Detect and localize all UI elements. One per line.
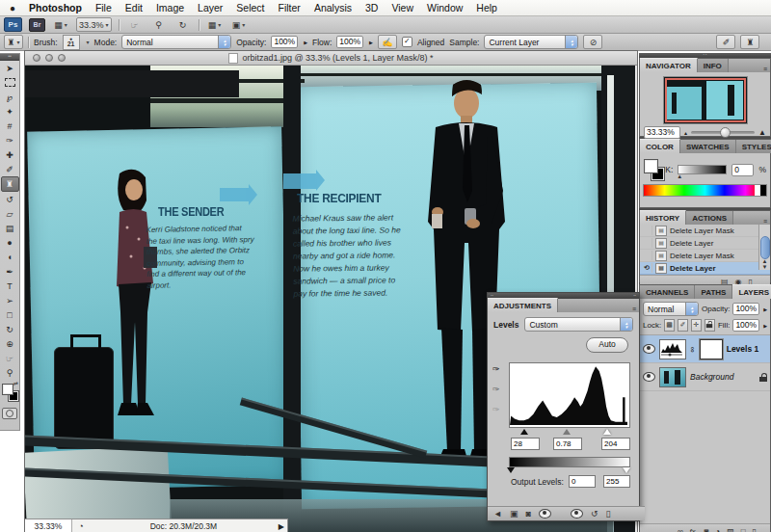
type-tool[interactable]: T	[1, 279, 18, 293]
menu-window[interactable]: Window	[427, 2, 463, 13]
zoom-level-dropdown[interactable]: 33.3%▾	[76, 17, 112, 32]
lock-paint-icon[interactable]: ✐	[678, 319, 688, 332]
history-source-well[interactable]	[642, 238, 652, 248]
return-to-list-icon[interactable]: ◄	[493, 509, 502, 519]
healing-brush-tool[interactable]: ✚	[1, 147, 18, 162]
dodge-tool[interactable]: ◖	[1, 250, 18, 264]
new-group-icon[interactable]: ▨	[727, 527, 734, 532]
close-button[interactable]	[33, 54, 40, 62]
link-layers-icon[interactable]: ∞	[678, 527, 683, 532]
black-point-eyedropper-icon[interactable]: ✑	[492, 364, 500, 374]
menu-photoshop[interactable]: Photoshop	[29, 2, 82, 13]
auto-button[interactable]: Auto	[586, 337, 628, 353]
history-brush-tool[interactable]: ↺	[1, 192, 18, 206]
menu-image[interactable]: Image	[156, 2, 184, 13]
clip-to-layer-icon[interactable]: ◙	[525, 509, 530, 519]
3d-orbit-tool[interactable]: ⊕	[1, 336, 18, 351]
arrange-documents-icon[interactable]: ▦▾	[206, 18, 224, 31]
panel-size-icon[interactable]: ▣	[510, 509, 518, 519]
toggle-clone-source-panel-icon[interactable]: ♜	[740, 35, 759, 49]
menu-filter[interactable]: Filter	[279, 2, 301, 13]
swap-colors-icon[interactable]: ⇄	[13, 380, 18, 386]
brush-preview[interactable]: ●21	[63, 35, 80, 50]
layer-fill-field[interactable]: 100%	[732, 319, 759, 332]
menu-layer[interactable]: Layer	[198, 2, 223, 13]
blur-tool[interactable]: ●	[1, 235, 18, 250]
panel-menu-icon[interactable]: ≡	[632, 306, 639, 312]
layer-opacity-field[interactable]: 100%	[732, 303, 759, 315]
eraser-tool[interactable]: ▱	[1, 206, 18, 221]
navigator-zoom-field[interactable]: 33.33%	[644, 126, 680, 139]
sample-select[interactable]: Current Layer▴▾	[484, 35, 578, 49]
history-row[interactable]: ▤ Delete Layer Mask	[640, 250, 770, 262]
zoom-tool-icon[interactable]: ⚲	[150, 18, 168, 31]
lasso-tool[interactable]: ℘	[1, 90, 18, 104]
rectangle-tool[interactable]: □	[1, 307, 18, 322]
menu-help[interactable]: Help	[476, 2, 497, 13]
layer-row-background[interactable]: Background	[640, 363, 770, 391]
lock-transparent-icon[interactable]: ▩	[664, 319, 675, 332]
k-slider-marker[interactable]: ▲	[677, 173, 682, 179]
hand-tool[interactable]: ☞	[1, 351, 18, 365]
navigator-zoom-slider[interactable]	[691, 131, 755, 134]
spectrum-bw-end[interactable]	[755, 185, 766, 196]
gradient-tool[interactable]: ▤	[1, 221, 18, 235]
quick-selection-tool[interactable]: ✦	[1, 104, 18, 119]
quick-mask-button[interactable]	[2, 408, 17, 419]
layer-style-icon[interactable]: fx.	[690, 527, 698, 532]
marquee-tool[interactable]	[1, 75, 18, 90]
tab-styles[interactable]: STYLES	[736, 140, 771, 153]
gray-point-eyedropper-icon[interactable]: ✑	[492, 385, 500, 394]
k-value-field[interactable]: 0	[731, 164, 754, 176]
3d-rotate-tool[interactable]: ↻	[1, 322, 18, 336]
tab-info[interactable]: INFO	[698, 59, 729, 72]
opacity-field[interactable]: 100%	[271, 36, 298, 48]
screen-mode-icon[interactable]: ▣▾	[230, 18, 248, 31]
tab-history[interactable]: HISTORY	[640, 210, 686, 225]
history-row[interactable]: ▤ Delete Layer	[640, 237, 770, 250]
eyedropper-tool[interactable]: ✑	[1, 133, 18, 147]
visibility-eye-icon[interactable]	[643, 344, 655, 354]
document-title-bar[interactable]: orbitzad1.jpg @ 33.3% (Levels 1, Layer M…	[25, 51, 637, 66]
flow-spinner-icon[interactable]: ▶	[369, 40, 373, 45]
visibility-eye-icon[interactable]	[643, 372, 655, 382]
bridge-button[interactable]: Br	[29, 18, 45, 32]
zoom-in-icon[interactable]: ▲	[758, 128, 766, 137]
apple-menu-icon[interactable]: ●	[10, 3, 15, 13]
menu-view[interactable]: View	[391, 2, 413, 13]
toggle-brushes-panel-icon[interactable]: ✐	[716, 35, 735, 49]
white-point-eyedropper-icon[interactable]: ✑	[492, 405, 500, 414]
previous-state-eye-icon[interactable]	[571, 509, 583, 519]
foreground-color-swatch[interactable]	[644, 159, 658, 173]
airbrush-toggle-icon[interactable]: ✍	[378, 35, 397, 49]
lock-position-icon[interactable]: ✛	[691, 319, 702, 332]
scrollbar-arrows[interactable]: ▲▼	[760, 258, 769, 270]
layer-mask-thumbnail[interactable]	[700, 339, 723, 359]
zoom-tool[interactable]: ⚲	[1, 365, 18, 380]
flow-field[interactable]: 100%	[336, 36, 363, 48]
navigator-thumbnail[interactable]	[663, 76, 748, 124]
opacity-spinner-icon[interactable]: ▶	[304, 40, 307, 45]
minimize-button[interactable]	[45, 54, 53, 62]
scrollbar-thumb[interactable]	[760, 236, 770, 259]
history-source-well[interactable]	[642, 251, 652, 260]
view-extras-icon[interactable]: ▦▾	[52, 18, 69, 31]
zoom-out-icon[interactable]: ▴	[684, 129, 687, 136]
move-tool[interactable]: ➤	[1, 61, 18, 75]
layer-thumbnail[interactable]	[659, 367, 686, 387]
clone-stamp-tool[interactable]: ♜	[1, 176, 19, 192]
new-adjustment-layer-icon[interactable]: ◑	[715, 527, 720, 532]
levels-preset-select[interactable]: Custom▴▾	[524, 317, 633, 332]
hand-tool-icon[interactable]: ☞	[126, 18, 144, 31]
shadow-input-field[interactable]: 28	[511, 438, 540, 450]
highlight-slider[interactable]	[603, 429, 611, 435]
output-highlight-slider[interactable]	[623, 467, 630, 473]
new-layer-icon[interactable]: □	[741, 527, 746, 532]
adjustment-layer-thumbnail[interactable]	[659, 339, 686, 359]
menu-analysis[interactable]: Analysis	[314, 2, 352, 13]
tab-navigator[interactable]: NAVIGATOR	[640, 58, 698, 72]
status-menu-arrow-icon[interactable]: ▶	[279, 522, 284, 531]
output-low-field[interactable]: 0	[569, 475, 596, 488]
slider-thumb[interactable]	[720, 127, 731, 138]
brush-dropdown-icon[interactable]: ▾	[87, 39, 90, 45]
